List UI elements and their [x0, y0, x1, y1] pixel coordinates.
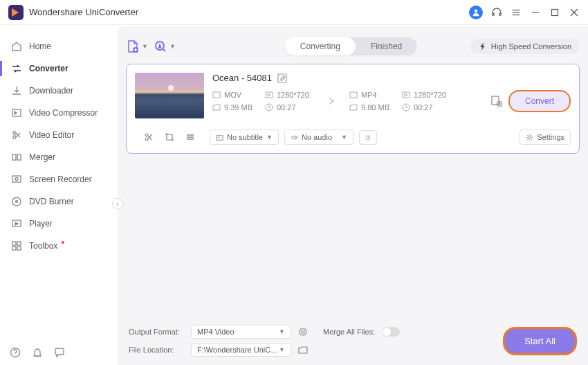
edit-icon[interactable]: [277, 73, 287, 83]
sidebar-item-label: Video Compressor: [29, 108, 98, 118]
sidebar-item-label: Downloader: [29, 86, 73, 96]
svg-point-15: [12, 197, 21, 206]
sidebar-item-label: Player: [29, 219, 53, 229]
minimize-icon[interactable]: [530, 7, 541, 18]
speed-button[interactable]: [359, 130, 377, 145]
output-format-label: Output Format:: [129, 328, 184, 336]
sidebar-item-recorder[interactable]: Screen Recorder: [0, 168, 118, 190]
output-settings-icon[interactable]: [490, 95, 503, 107]
headset-icon[interactable]: [491, 7, 502, 18]
merge-files-label: Merge All Files:: [323, 328, 375, 336]
user-avatar[interactable]: [469, 6, 483, 19]
tab-converting[interactable]: Converting: [285, 37, 356, 55]
svg-point-35: [145, 138, 148, 141]
svg-point-9: [13, 132, 16, 134]
svg-point-10: [13, 136, 16, 139]
lightning-icon: [479, 42, 487, 51]
sidebar-item-label: DVD Burner: [29, 197, 74, 206]
svg-rect-25: [278, 74, 286, 82]
tab-toggle: Converting Finished: [285, 37, 417, 55]
sidebar-item-label: Video Editor: [29, 130, 74, 140]
chat-icon[interactable]: [54, 347, 65, 358]
sidebar-item-converter[interactable]: Converter: [0, 57, 118, 80]
sidebar-item-label: Converter: [29, 64, 68, 73]
footer: Output Format: MP4 Video ▼ Merge All Fil…: [126, 321, 580, 359]
subtitle-select[interactable]: No subtitle ▼: [210, 130, 279, 145]
high-speed-toggle[interactable]: High Speed Conversion: [470, 39, 580, 54]
file-location-select[interactable]: F:\Wondershare UniConverter ▼: [191, 343, 291, 357]
sidebar-item-editor[interactable]: Video Editor: [0, 124, 118, 146]
collapse-sidebar-button[interactable]: ‹: [112, 198, 123, 209]
svg-rect-12: [17, 154, 21, 160]
video-thumbnail[interactable]: [135, 73, 204, 118]
sidebar-item-label: Merger: [29, 152, 55, 162]
help-icon[interactable]: [10, 347, 21, 358]
src-dur: 00:27: [277, 103, 296, 112]
svg-rect-18: [12, 242, 16, 245]
sidebar-item-toolbox[interactable]: Toolbox: [0, 235, 118, 257]
svg-point-34: [145, 134, 148, 136]
svg-point-43: [300, 328, 306, 335]
svg-rect-39: [217, 135, 223, 139]
sidebar-item-home[interactable]: Home: [0, 35, 118, 57]
start-all-button[interactable]: Start All: [503, 327, 577, 355]
more-icon[interactable]: [185, 132, 195, 142]
svg-rect-32: [492, 96, 499, 105]
merge-files-toggle[interactable]: [382, 327, 400, 337]
file-title: Ocean - 54081: [212, 73, 272, 83]
add-file-button[interactable]: ▼: [126, 39, 148, 53]
sidebar: Home Converter Downloader Video Compress…: [0, 25, 118, 365]
sidebar-item-label: Home: [29, 42, 51, 51]
svg-point-0: [475, 9, 478, 12]
dot-badge-icon: [62, 241, 64, 244]
svg-point-42: [529, 136, 531, 139]
sidebar-item-label: Toolbox: [29, 241, 57, 251]
audio-value: No audio: [302, 133, 332, 141]
svg-rect-20: [12, 247, 16, 250]
audio-select[interactable]: No audio ▼: [284, 130, 353, 145]
maximize-icon[interactable]: [549, 7, 560, 18]
sidebar-item-compressor[interactable]: Video Compressor: [0, 102, 118, 124]
dst-size: 9.80 MB: [361, 103, 389, 112]
sidebar-item-merger[interactable]: Merger: [0, 146, 118, 168]
sidebar-item-downloader[interactable]: Downloader: [0, 80, 118, 102]
src-format: MOV: [224, 91, 241, 99]
svg-rect-27: [266, 92, 273, 98]
sidebar-item-label: Screen Recorder: [29, 175, 92, 184]
app-logo-icon: [8, 5, 24, 20]
svg-point-44: [302, 330, 304, 333]
settings-button[interactable]: Settings: [520, 130, 571, 145]
output-format-select[interactable]: MP4 Video ▼: [191, 325, 291, 339]
svg-rect-29: [350, 92, 357, 98]
svg-rect-13: [12, 176, 21, 182]
svg-rect-30: [403, 92, 410, 98]
sidebar-item-dvd[interactable]: DVD Burner: [0, 190, 118, 213]
bell-icon[interactable]: [32, 347, 43, 358]
dst-dur: 00:27: [414, 103, 433, 112]
high-speed-label: High Speed Conversion: [491, 42, 571, 51]
close-icon[interactable]: [569, 7, 580, 18]
svg-point-16: [16, 201, 18, 203]
output-settings-icon[interactable]: [298, 327, 308, 337]
titlebar: Wondershare UniConverter: [0, 0, 588, 25]
file-location-value: F:\Wondershare UniConverter: [197, 346, 279, 354]
main-panel: ▼ ▼ Converting Finished High Speed Conve…: [118, 26, 588, 365]
chevron-down-icon: ▼: [169, 43, 176, 50]
src-res: 1280*720: [277, 91, 309, 99]
file-location-label: File Location:: [129, 346, 184, 354]
convert-button[interactable]: Convert: [508, 90, 571, 112]
scissors-icon[interactable]: [144, 132, 154, 142]
svg-rect-11: [12, 154, 16, 160]
src-size: 9.39 MB: [224, 103, 252, 112]
svg-rect-19: [17, 242, 21, 245]
open-folder-icon[interactable]: [298, 345, 308, 355]
sidebar-item-player[interactable]: Player: [0, 213, 118, 235]
chevron-down-icon: ▼: [142, 43, 148, 50]
file-card: Ocean - 54081 MOV 9.39 MB 1280*720 00:27: [126, 64, 580, 154]
crop-icon[interactable]: [165, 132, 174, 142]
add-url-button[interactable]: ▼: [154, 39, 176, 53]
svg-rect-21: [17, 247, 21, 250]
dst-res: 1280*720: [414, 91, 446, 99]
tab-finished[interactable]: Finished: [356, 37, 417, 55]
menu-icon[interactable]: [511, 7, 522, 18]
